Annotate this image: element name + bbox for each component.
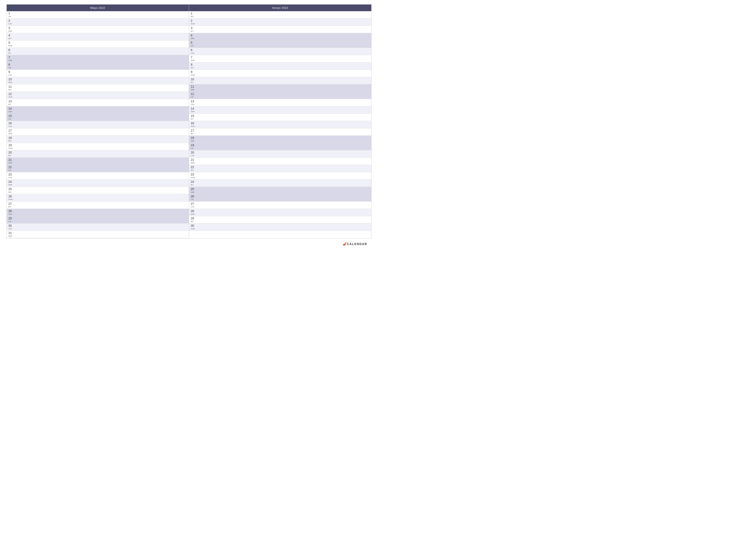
day-row-mayo-27: 27BIY — [7, 202, 189, 209]
day-number-mayo-25: 25MIY — [9, 187, 12, 193]
day-number-mayo-8: 8LIN — [9, 63, 11, 69]
day-number-hunyo-22: 22MIY — [191, 165, 194, 171]
day-name-mayo-15: LIN — [9, 118, 12, 120]
day-number-mayo-23: 23LUN — [9, 173, 12, 179]
day-row-mayo-1: 1LIN — [7, 11, 189, 18]
day-number-hunyo-13: 13LUN — [191, 99, 194, 105]
day-number-mayo-7: 7SAB — [9, 56, 12, 62]
day-row-hunyo-13: 13LUN — [189, 99, 371, 106]
day-number-hunyo-9: 9HUW — [191, 70, 195, 76]
day-name-hunyo-18: SAB — [191, 140, 194, 142]
day-name-mayo-6: BIY — [9, 52, 11, 54]
day-number-hunyo-16: 16HUW — [191, 121, 195, 127]
day-row-mayo-8: 8LIN — [7, 63, 189, 70]
day-row-hunyo-30: 30HUW — [189, 223, 371, 231]
day-name-mayo-30: LUN — [9, 228, 12, 230]
day-row-mayo-19: 19HUW — [7, 143, 189, 150]
day-name-mayo-10: MAR — [9, 81, 12, 83]
day-number-hunyo-19: 19LIN — [191, 143, 194, 149]
day-number-mayo-2: 2LUN — [9, 19, 12, 25]
day-number-hunyo-24: 24BIY — [191, 180, 194, 186]
day-number-mayo-17: 17MAR — [9, 129, 12, 135]
day-row-hunyo-28: 28MAR — [189, 209, 371, 216]
day-row-hunyo-10: 10BIY — [189, 77, 371, 85]
day-number-mayo-6: 6BIY — [9, 48, 11, 54]
month-section-hunyo: Hunyo 20221MIY2HUW3BIY4SAB5LIN6LUN7MAR8M… — [189, 5, 371, 238]
day-number-hunyo-26: 26LIN — [191, 195, 194, 200]
day-row-hunyo-23: 23HUW — [189, 172, 371, 180]
day-name-mayo-24: MAR — [9, 184, 12, 186]
day-name-mayo-19: HUW — [9, 147, 13, 149]
day-number-hunyo-1: 1MIY — [191, 12, 194, 17]
day-number-mayo-19: 19HUW — [9, 143, 13, 149]
day-number-hunyo-15: 15MIY — [191, 114, 194, 120]
day-name-mayo-17: MAR — [9, 133, 12, 135]
day-name-mayo-14: SAB — [9, 111, 12, 113]
day-number-hunyo-5: 5LIN — [191, 41, 193, 47]
day-name-mayo-27: BIY — [9, 206, 12, 208]
day-row-mayo-26: 26HUW — [7, 194, 189, 202]
day-number-hunyo-23: 23HUW — [191, 173, 195, 179]
logo-icon: 𝒹 — [343, 241, 345, 247]
day-row-mayo-16: 16LUN — [7, 121, 189, 128]
day-number-hunyo-3: 3BIY — [191, 26, 194, 32]
day-name-hunyo-30: HUW — [191, 228, 195, 230]
day-name-mayo-20: BIY — [9, 155, 12, 157]
day-number-mayo-22: 22LIN — [9, 165, 12, 171]
day-name-hunyo-22: MIY — [191, 169, 194, 171]
day-name-mayo-8: LIN — [9, 67, 11, 69]
day-name-mayo-11: MIY — [9, 89, 12, 91]
day-name-hunyo-4: SAB — [191, 38, 194, 39]
day-name-mayo-21: SAB — [9, 162, 12, 164]
day-row-hunyo-2: 2HUW — [189, 18, 371, 26]
day-name-hunyo-11: SAB — [191, 89, 194, 91]
day-number-hunyo-14: 14MAR — [191, 107, 195, 113]
day-name-hunyo-26: LIN — [191, 198, 194, 200]
day-name-hunyo-23: HUW — [191, 177, 195, 179]
day-name-hunyo-20: LUN — [191, 155, 194, 157]
day-row-hunyo-27: 27LUN — [189, 202, 371, 209]
day-row-hunyo-16: 16HUW — [189, 121, 371, 128]
day-name-hunyo-28: MAR — [191, 213, 195, 215]
day-row-mayo-18: 18MIY — [7, 136, 189, 143]
day-number-mayo-3: 3MAR — [9, 26, 12, 32]
day-name-mayo-29: LIN — [9, 220, 12, 222]
day-row-mayo-2: 2LUN — [7, 18, 189, 26]
footer-logo: 𝒹 CALENDAR — [343, 241, 367, 247]
day-number-hunyo-17: 17BIY — [191, 129, 194, 135]
day-number-hunyo-30: 30HUW — [191, 224, 195, 230]
day-number-mayo-10: 10MAR — [9, 78, 12, 83]
day-name-hunyo-27: LUN — [191, 206, 194, 208]
calendar-container: Mayo 20221LIN2LUN3MAR4MIY5HUW6BIY7SAB8LI… — [0, 0, 378, 253]
day-number-hunyo-21: 21MAR — [191, 158, 195, 164]
day-row-hunyo-1: 1MIY — [189, 11, 371, 18]
day-name-hunyo-21: MAR — [191, 162, 195, 164]
day-name-mayo-2: LUN — [9, 23, 12, 25]
day-row-hunyo-17: 17BIY — [189, 128, 371, 136]
day-row-hunyo-4: 4SAB — [189, 33, 371, 40]
day-number-mayo-15: 15LIN — [9, 114, 12, 120]
month-header-mayo: Mayo 2022 — [7, 5, 189, 11]
day-number-hunyo-7: 7MAR — [191, 56, 195, 62]
day-name-hunyo-12: LIN — [191, 96, 194, 98]
day-number-hunyo-28: 28MAR — [191, 209, 195, 215]
day-row-mayo-13: 13BIY — [7, 99, 189, 106]
day-name-mayo-26: HUW — [9, 198, 13, 200]
day-number-mayo-5: 5HUW — [9, 41, 13, 47]
day-row-hunyo-22: 22MIY — [189, 165, 371, 172]
day-name-hunyo-1: MIY — [191, 15, 194, 17]
month-section-mayo: Mayo 20221LIN2LUN3MAR4MIY5HUW6BIY7SAB8LI… — [7, 5, 189, 238]
day-row-mayo-3: 3MAR — [7, 26, 189, 33]
day-name-hunyo-3: BIY — [191, 30, 194, 32]
day-row-mayo-21: 21SAB — [7, 158, 189, 165]
day-number-mayo-11: 11MIY — [9, 85, 12, 91]
day-name-mayo-9: LUN — [9, 74, 12, 76]
day-number-hunyo-27: 27LUN — [191, 202, 194, 208]
day-row-mayo-11: 11MIY — [7, 85, 189, 92]
day-row-mayo-12: 12HUW — [7, 92, 189, 99]
day-row-hunyo-5: 5LIN — [189, 40, 371, 48]
day-number-hunyo-12: 12LIN — [191, 92, 194, 98]
day-row-hunyo-24: 24BIY — [189, 180, 371, 187]
day-number-mayo-13: 13BIY — [9, 99, 12, 105]
day-number-hunyo-2: 2HUW — [191, 19, 195, 25]
